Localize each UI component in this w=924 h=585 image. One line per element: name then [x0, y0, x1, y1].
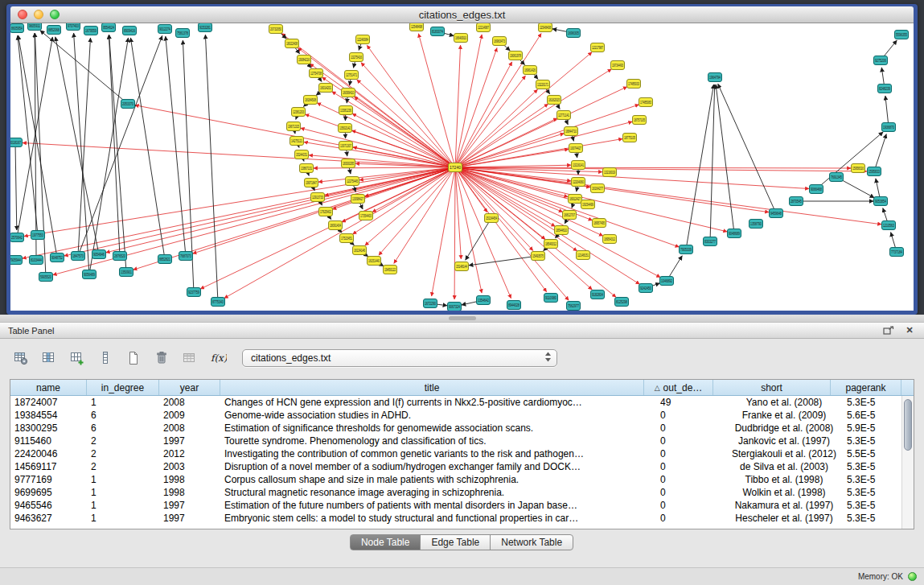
- cell-year[interactable]: 2009: [159, 410, 220, 421]
- cell-title[interactable]: Estimation of significance thresholds fo…: [220, 422, 656, 434]
- table-panel-titlebar[interactable]: Table Panel ✕: [0, 322, 924, 339]
- cell-short[interactable]: Wolkin et al. (1998): [725, 487, 843, 498]
- edge-directed[interactable]: [687, 84, 714, 245]
- cell-name[interactable]: 14569117: [10, 461, 87, 472]
- edge-directed-red[interactable]: [456, 172, 482, 293]
- edge-directed[interactable]: [353, 62, 355, 68]
- minimize-window-button[interactable]: [34, 10, 43, 19]
- table-row[interactable]: 946362711997Embryonic stem cells: a mode…: [10, 512, 914, 525]
- network-window-titlebar[interactable]: citations_edges.txt: [10, 6, 914, 23]
- cell-year[interactable]: 1997: [159, 500, 220, 511]
- edge-directed-red[interactable]: [23, 143, 450, 167]
- cell-out_de[interactable]: 0: [656, 410, 725, 421]
- table-row[interactable]: 1938455462009Genome-wide association stu…: [10, 409, 914, 422]
- edge-directed-red[interactable]: [460, 122, 633, 166]
- cell-short[interactable]: Hescheler et al. (1997): [725, 513, 843, 524]
- cell-short[interactable]: Tibbo et al. (1998): [725, 474, 843, 485]
- table-row[interactable]: 1872400712008Changes of HCN gene express…: [10, 396, 914, 409]
- cell-short[interactable]: Franke et al. (2009): [725, 410, 843, 421]
- cell-out_de[interactable]: 0: [656, 448, 725, 459]
- cell-short[interactable]: Jankovic et al. (1997): [725, 435, 843, 447]
- new-document-button[interactable]: [122, 348, 145, 369]
- cell-out_de[interactable]: 0: [656, 487, 725, 498]
- cell-short[interactable]: Dudbridge et al. (2008): [725, 422, 843, 434]
- cell-out_de[interactable]: 0: [656, 422, 725, 434]
- cell-title[interactable]: Changes of HCN gene expression and I(f) …: [220, 397, 656, 408]
- cell-in_degree[interactable]: 1: [87, 500, 159, 511]
- cell-out_de[interactable]: 0: [656, 500, 725, 511]
- column-selector-button[interactable]: [94, 348, 117, 369]
- edge-directed[interactable]: [577, 187, 577, 192]
- cell-year[interactable]: 1997: [159, 435, 220, 447]
- cell-title[interactable]: Estimation of the future numbers of pati…: [220, 500, 656, 511]
- cell-name[interactable]: 9463627: [10, 513, 87, 524]
- edge-directed[interactable]: [55, 37, 98, 249]
- table-row[interactable]: 969969511998Structural magnetic resonanc…: [10, 486, 914, 499]
- edge-directed-red[interactable]: [23, 168, 450, 258]
- edge-directed-red[interactable]: [460, 134, 565, 167]
- cell-name[interactable]: 9699695: [10, 487, 87, 498]
- edge-directed-red[interactable]: [457, 48, 497, 163]
- table-row[interactable]: 1456911722003Disruption of a novel membe…: [10, 460, 914, 473]
- edge-directed-red[interactable]: [458, 34, 541, 163]
- cell-in_degree[interactable]: 6: [87, 410, 159, 421]
- cell-year[interactable]: 2008: [159, 422, 220, 434]
- cell-title[interactable]: Tourette syndrome. Phenomenology and cla…: [220, 435, 656, 447]
- table-options-button[interactable]: [10, 348, 32, 369]
- edge-directed[interactable]: [710, 84, 715, 237]
- cell-year[interactable]: 1998: [159, 487, 220, 498]
- edge-directed[interactable]: [891, 233, 896, 248]
- edge-directed[interactable]: [18, 35, 56, 253]
- edge-directed[interactable]: [109, 35, 119, 251]
- cell-title[interactable]: Structural magnetic resonance image aver…: [220, 487, 656, 498]
- cell-title[interactable]: Embryonic stem cells: a model to study s…: [220, 513, 656, 524]
- edge-directed-red[interactable]: [458, 62, 512, 163]
- cell-short[interactable]: Nakamura et al. (1997): [725, 500, 843, 511]
- cell-year[interactable]: 2003: [159, 461, 220, 472]
- close-panel-button[interactable]: ✕: [903, 325, 916, 336]
- column-header-name[interactable]: name: [10, 380, 87, 395]
- tab-node-table[interactable]: Node Table: [350, 534, 421, 550]
- cell-name[interactable]: 9115460: [10, 435, 87, 447]
- cell-name[interactable]: 19384554: [10, 410, 87, 421]
- function-builder-button[interactable]: f(x): [207, 348, 229, 369]
- edge-directed-red[interactable]: [365, 171, 452, 245]
- edge-directed[interactable]: [876, 179, 880, 196]
- column-header-in_degree[interactable]: in_degree: [87, 380, 159, 395]
- tab-network-table[interactable]: Network Table: [490, 534, 573, 550]
- cell-out_de[interactable]: 49: [656, 397, 725, 408]
- table-row[interactable]: 946554611997Estimation of the future num…: [10, 499, 914, 512]
- edge-directed-red[interactable]: [314, 167, 450, 168]
- cell-year[interactable]: 2008: [159, 397, 220, 408]
- column-header-short[interactable]: short: [713, 380, 831, 395]
- edge-directed-red[interactable]: [459, 170, 639, 284]
- edge-directed-red[interactable]: [459, 104, 548, 165]
- cell-short[interactable]: de Silva et al. (2003): [725, 461, 843, 472]
- cell-out_de[interactable]: 0: [656, 435, 725, 447]
- edge-directed-red[interactable]: [357, 80, 452, 164]
- delete-button[interactable]: [150, 348, 173, 369]
- edge-directed[interactable]: [572, 204, 573, 208]
- split-divider[interactable]: [0, 315, 924, 322]
- edge-directed[interactable]: [350, 80, 351, 85]
- cell-year[interactable]: 1998: [159, 474, 220, 485]
- cell-out_de[interactable]: 0: [656, 474, 725, 485]
- tab-edge-table[interactable]: Edge Table: [420, 534, 491, 550]
- cell-name[interactable]: 9777169: [10, 474, 87, 485]
- edge-directed-red[interactable]: [454, 172, 455, 299]
- network-canvas[interactable]: 1724086059549605911885206897074031679559…: [10, 23, 914, 311]
- cell-name[interactable]: 18724007: [10, 397, 87, 408]
- table-scrollbar[interactable]: [901, 396, 914, 529]
- cell-out_de[interactable]: 0: [656, 513, 725, 524]
- edge-directed[interactable]: [876, 134, 886, 167]
- edge-directed-red[interactable]: [460, 165, 571, 167]
- edge-directed-red[interactable]: [460, 168, 881, 225]
- table-scrollbar-thumb[interactable]: [904, 399, 912, 451]
- edge-directed[interactable]: [166, 36, 186, 251]
- close-window-button[interactable]: [18, 10, 27, 19]
- zoom-window-button[interactable]: [50, 10, 60, 19]
- column-header-title[interactable]: title: [220, 380, 644, 395]
- edge-directed-red[interactable]: [224, 170, 451, 299]
- edge-directed[interactable]: [294, 131, 295, 134]
- edge-directed[interactable]: [884, 40, 897, 56]
